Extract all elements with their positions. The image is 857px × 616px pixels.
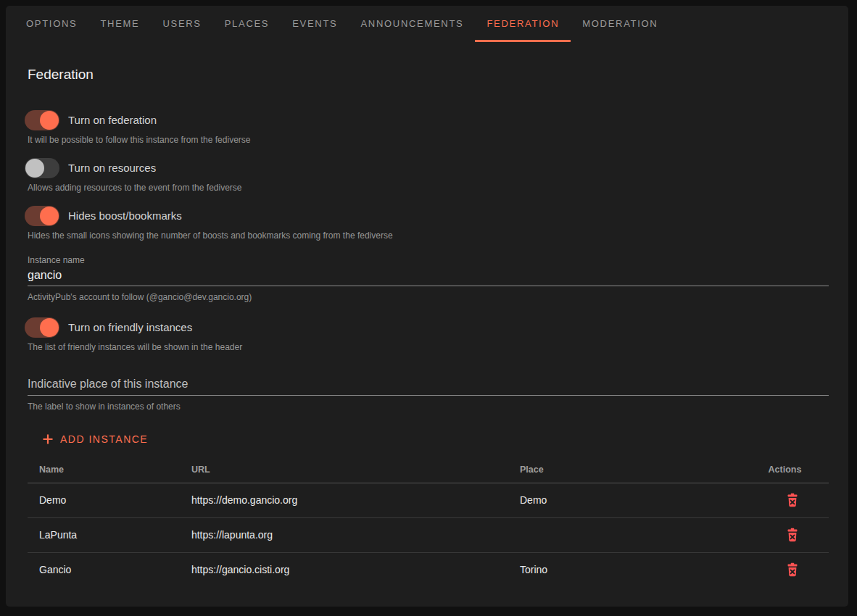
trash-icon xyxy=(786,568,799,579)
instance-url-cell: https://gancio.cisti.org xyxy=(180,552,508,587)
federation-toggle-label[interactable]: Turn on federation xyxy=(68,110,157,130)
federation-toggle-row: Turn on federation xyxy=(28,110,829,130)
table-row: LaPunta https://lapunta.org xyxy=(28,517,829,552)
admin-tab-bar: OPTIONS THEME USERS PLACES EVENTS ANNOUN… xyxy=(6,6,848,42)
resources-toggle-label[interactable]: Turn on resources xyxy=(68,158,156,178)
resources-toggle-hint: Allows adding resources to the event fro… xyxy=(28,183,829,193)
toggle-thumb xyxy=(25,159,44,178)
instances-table: Name URL Place Actions Demo https://demo… xyxy=(28,457,829,587)
column-header-place: Place xyxy=(508,457,757,483)
tab-moderation[interactable]: MODERATION xyxy=(571,6,669,42)
instance-name-label: Instance name xyxy=(28,255,829,265)
tab-users[interactable]: USERS xyxy=(151,6,212,42)
friendly-instances-toggle[interactable] xyxy=(25,317,59,338)
instance-name-cell: Gancio xyxy=(28,552,180,587)
column-header-actions: Actions xyxy=(757,457,829,483)
hide-boost-toggle-row: Hides boost/bookmarks xyxy=(28,206,829,226)
instance-place-input[interactable] xyxy=(28,376,829,396)
instance-name-field: Instance name ActivityPub's account to f… xyxy=(28,255,829,302)
hide-boost-toggle[interactable] xyxy=(25,206,59,226)
tab-places[interactable]: PLACES xyxy=(213,6,281,42)
instance-url-cell: https://lapunta.org xyxy=(180,517,508,552)
federation-toggle-hint: It will be possible to follow this insta… xyxy=(28,135,829,145)
delete-instance-button[interactable] xyxy=(784,526,800,544)
admin-panel-card: OPTIONS THEME USERS PLACES EVENTS ANNOUN… xyxy=(6,6,848,607)
federation-toggle[interactable] xyxy=(25,110,59,130)
friendly-instances-toggle-hint: The list of friendly instances will be s… xyxy=(28,342,829,352)
friendly-instances-toggle-label[interactable]: Turn on friendly instances xyxy=(68,317,192,338)
column-header-url: URL xyxy=(180,457,508,483)
tab-theme[interactable]: THEME xyxy=(88,6,151,42)
resources-toggle-row: Turn on resources xyxy=(28,158,829,178)
resources-toggle[interactable] xyxy=(25,158,59,178)
tab-federation[interactable]: FEDERATION xyxy=(475,6,571,42)
toggle-thumb xyxy=(40,318,59,337)
instance-url-cell: https://demo.gancio.org xyxy=(180,483,508,517)
friendly-instances-toggle-row: Turn on friendly instances xyxy=(28,317,829,338)
instance-place-cell: Torino xyxy=(508,552,757,587)
column-header-name: Name xyxy=(28,457,180,483)
delete-instance-button[interactable] xyxy=(784,491,800,509)
instance-place-hint: The label to show in instances of others xyxy=(28,401,829,412)
toggle-thumb xyxy=(40,111,59,130)
hide-boost-toggle-hint: Hides the small icons showing the number… xyxy=(28,230,829,241)
tab-options[interactable]: OPTIONS xyxy=(15,6,88,42)
table-header-row: Name URL Place Actions xyxy=(28,457,829,483)
table-row: Gancio https://gancio.cisti.org Torino xyxy=(28,552,829,587)
trash-icon xyxy=(786,533,799,544)
instance-name-cell: LaPunta xyxy=(28,517,180,552)
instance-name-input[interactable] xyxy=(28,268,829,286)
plus-icon xyxy=(41,433,54,446)
table-row: Demo https://demo.gancio.org Demo xyxy=(28,483,829,517)
add-instance-button-label: ADD INSTANCE xyxy=(60,433,148,445)
delete-instance-button[interactable] xyxy=(784,561,800,578)
trash-icon xyxy=(786,499,799,509)
federation-settings-section: Federation Turn on federation It will be… xyxy=(6,67,848,587)
hide-boost-toggle-label[interactable]: Hides boost/bookmarks xyxy=(68,206,182,226)
instance-place-cell xyxy=(508,517,757,552)
toggle-thumb xyxy=(40,207,59,225)
instance-place-cell: Demo xyxy=(508,483,757,517)
instance-name-cell: Demo xyxy=(28,483,180,517)
tab-announcements[interactable]: ANNOUNCEMENTS xyxy=(349,6,475,42)
tab-events[interactable]: EVENTS xyxy=(281,6,349,42)
add-instance-button[interactable]: ADD INSTANCE xyxy=(30,426,160,452)
instance-place-field: The label to show in instances of others xyxy=(28,376,829,412)
instance-name-hint: ActivityPub's account to follow (@gancio… xyxy=(28,292,829,302)
page-title: Federation xyxy=(28,67,829,83)
